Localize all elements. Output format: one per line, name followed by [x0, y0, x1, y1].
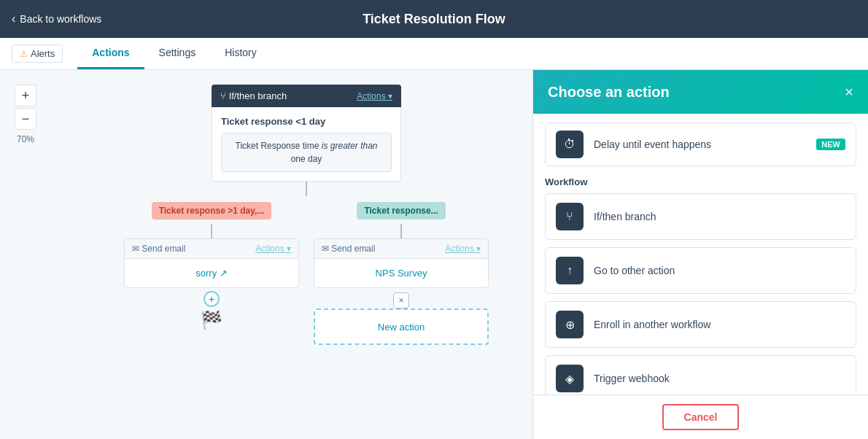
- enroll-icon: ⊕: [565, 318, 575, 332]
- webhook-label: Trigger webhook: [594, 373, 670, 384]
- branch-outcomes: Ticket response >1 day,... ✉ Send email …: [58, 202, 532, 345]
- add-action-left-button[interactable]: +: [204, 291, 220, 307]
- branch-actions-link[interactable]: Actions ▾: [357, 91, 392, 101]
- connector-line-1: [58, 182, 532, 196]
- top-nav: ‹ Back to workflows Ticket Resolution Fl…: [0, 0, 868, 38]
- tab-bar: ⚠ Alerts Actions Settings History: [0, 38, 868, 70]
- tab-history[interactable]: History: [210, 38, 271, 69]
- action-node-left-body: sorry ↗: [125, 259, 298, 287]
- back-to-workflows-link[interactable]: ‹ Back to workflows: [12, 12, 101, 26]
- branch-node-header[interactable]: ⑂ If/then branch Actions ▾: [212, 85, 401, 107]
- condition-box: Ticket Response time is greater than one…: [221, 133, 392, 172]
- tab-settings[interactable]: Settings: [144, 38, 211, 69]
- delay-icon-box: ⏱: [556, 131, 584, 158]
- action-node-right-actions[interactable]: Actions ▾: [445, 244, 481, 254]
- outcome-branch-red: Ticket response >1 day,... ✉ Send email …: [124, 202, 299, 345]
- enroll-label: Enroll in another workflow: [594, 319, 710, 330]
- branch-icon: ⑂: [566, 210, 573, 223]
- branch-title: Ticket response <1 day: [221, 116, 392, 127]
- branch-node-label: If/then branch: [229, 90, 287, 101]
- action-node-left[interactable]: ✉ Send email Actions ▾ sorry ↗: [124, 238, 299, 288]
- zoom-controls: + − 70%: [15, 85, 36, 144]
- panel-title: Choose an action: [548, 84, 670, 101]
- delay-new-badge: NEW: [816, 139, 845, 150]
- action-node-right-header: ✉ Send email Actions ▾: [314, 239, 488, 259]
- condition-text1: Ticket Response time: [236, 141, 319, 151]
- panel-close-button[interactable]: ×: [845, 85, 853, 99]
- branch-node-body: Ticket response <1 day Ticket Response t…: [212, 107, 401, 182]
- zoom-level: 70%: [15, 134, 36, 144]
- delay-action-item[interactable]: ⏱ Delay until event happens NEW: [545, 123, 856, 166]
- panel-header: Choose an action ×: [533, 70, 868, 114]
- workflow-canvas: + − 70% ⑂ If/then branch Actions ▾ Ticke…: [0, 70, 532, 439]
- zoom-out-button[interactable]: −: [15, 108, 36, 130]
- alert-icon: ⚠: [20, 49, 28, 59]
- panel-footer: Cancel: [533, 395, 868, 439]
- if-then-branch-item[interactable]: ⑂ If/then branch: [545, 193, 856, 240]
- close-action-right-button[interactable]: ×: [393, 292, 409, 308]
- alerts-button[interactable]: ⚠ Alerts: [12, 44, 63, 63]
- branch-node-icon: ⑂: [220, 90, 226, 101]
- delay-action-label: Delay until event happens: [594, 139, 711, 150]
- enroll-icon-box: ⊕: [556, 311, 584, 338]
- page-title: Ticket Resolution Flow: [363, 12, 505, 27]
- finish-flag-left: 🏁: [201, 310, 222, 330]
- condition-keyword: is greater than: [322, 141, 378, 151]
- chevron-left-icon: ‹: [12, 12, 15, 26]
- action-node-left-actions[interactable]: Actions ▾: [255, 244, 291, 254]
- webhook-icon-box: ◈: [556, 365, 584, 392]
- action-node-right[interactable]: ✉ Send email Actions ▾ NPS Survey: [314, 238, 489, 288]
- send-email-icon-right: ✉: [322, 244, 331, 254]
- choose-action-panel: Choose an action × ⏱ Delay until event h…: [532, 70, 868, 439]
- goto-label: Go to other action: [594, 265, 675, 276]
- action-node-right-body: NPS Survey: [314, 259, 488, 287]
- tab-actions[interactable]: Actions: [77, 38, 144, 69]
- outcome-label-red: Ticket response >1 day,...: [152, 202, 272, 219]
- go-to-other-action-item[interactable]: ↑ Go to other action: [545, 247, 856, 294]
- if-then-label: If/then branch: [594, 211, 656, 222]
- workflow-section-title: Workflow: [545, 176, 856, 187]
- tab-list: Actions Settings History: [77, 38, 271, 69]
- close-row: ×: [393, 292, 409, 308]
- goto-icon: ↑: [567, 264, 573, 277]
- main-area: + − 70% ⑂ If/then branch Actions ▾ Ticke…: [0, 70, 868, 439]
- send-email-icon-left: ✉: [132, 244, 142, 254]
- connector-red: [211, 224, 212, 238]
- back-label: Back to workflows: [20, 13, 101, 25]
- connector-teal: [400, 224, 402, 238]
- condition-text2: one day: [291, 154, 322, 164]
- alerts-label: Alerts: [31, 48, 55, 59]
- cancel-button[interactable]: Cancel: [662, 404, 740, 430]
- action-node-left-header: ✉ Send email Actions ▾: [125, 239, 298, 259]
- branch-icon-box: ⑂: [556, 203, 584, 230]
- new-action-box[interactable]: New action: [314, 308, 489, 345]
- enroll-workflow-item[interactable]: ⊕ Enroll in another workflow: [545, 301, 856, 348]
- trigger-webhook-item[interactable]: ◈ Trigger webhook: [545, 355, 856, 395]
- delay-icon: ⏱: [564, 138, 576, 151]
- outcome-label-teal: Ticket response...: [357, 202, 445, 219]
- goto-icon-box: ↑: [556, 257, 584, 284]
- webhook-icon: ◈: [565, 372, 574, 386]
- workflow-nodes: ⑂ If/then branch Actions ▾ Ticket respon…: [58, 85, 532, 345]
- outcome-branch-teal: Ticket response... ✉ Send email Actions …: [314, 202, 489, 345]
- zoom-in-button[interactable]: +: [15, 85, 36, 106]
- panel-body: ⏱ Delay until event happens NEW Workflow…: [533, 114, 868, 395]
